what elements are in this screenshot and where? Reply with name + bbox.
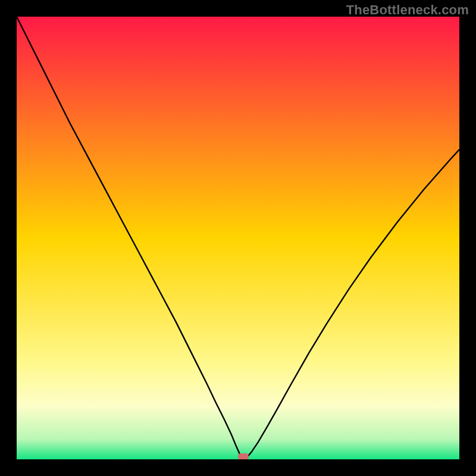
chart-background bbox=[17, 17, 459, 459]
watermark-text: TheBottleneck.com bbox=[346, 2, 469, 18]
optimal-point-marker bbox=[238, 453, 249, 459]
chart-svg bbox=[17, 17, 459, 459]
chart-plot-area bbox=[17, 17, 459, 459]
chart-frame: TheBottleneck.com bbox=[0, 0, 476, 476]
